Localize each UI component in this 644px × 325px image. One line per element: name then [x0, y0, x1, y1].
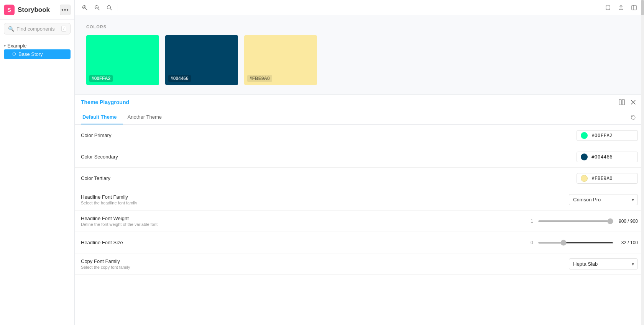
headline-font-size-slider[interactable] [538, 242, 613, 243]
toolbar-separator [118, 4, 118, 11]
headline-font-family-select-wrapper[interactable]: Crimson Pro Hepta Slab Inter Georgia [569, 194, 638, 205]
slider-value-size: 32 / 100 [616, 240, 638, 245]
slider-min-weight: 1 [531, 219, 535, 224]
colors-section: COLORS #00FFA2 #004466 #FBE9A0 [75, 15, 644, 94]
nav-group-header[interactable]: ▾ Example [4, 42, 71, 49]
vertical-scrollbar[interactable] [641, 0, 644, 325]
search-text: Find components [16, 26, 59, 32]
svg-rect-12 [622, 100, 624, 105]
scrollbar-thumb[interactable] [641, 0, 644, 15]
color-swatch-dark: #004466 [165, 35, 238, 85]
color-dot-primary[interactable] [581, 132, 588, 139]
share-button[interactable] [616, 2, 626, 13]
tab-default-theme[interactable]: Default Theme [81, 110, 123, 124]
color-hex-secondary: #004466 [591, 154, 613, 160]
expand-button[interactable] [603, 2, 613, 13]
theme-tabs: Default Theme Another Theme [75, 110, 644, 125]
svg-line-5 [98, 8, 100, 10]
theme-panel-header: Theme Playground [75, 95, 644, 110]
property-row-color-secondary: Color Secondary #004466 [75, 146, 644, 168]
color-dot-control-secondary[interactable]: #004466 [577, 152, 638, 162]
svg-line-1 [86, 8, 87, 10]
svg-rect-11 [619, 100, 621, 105]
theme-panel-title: Theme Playground [81, 99, 129, 105]
color-dot-tertiary[interactable] [581, 175, 588, 182]
color-swatch-green: #00FFA2 [86, 35, 159, 85]
storybook-logo-icon: S [4, 5, 15, 15]
property-control-headline-font-weight: 1 900 / 900 [531, 219, 638, 224]
property-label-color-secondary: Color Secondary [81, 154, 546, 160]
panel-close-button[interactable] [629, 98, 638, 107]
color-swatch-green-label: #00FFA2 [89, 75, 113, 82]
color-swatch-yellow-label: #FBE9A0 [247, 75, 272, 82]
menu-dots-button[interactable]: ••• [60, 5, 71, 15]
color-swatch-yellow: #FBE9A0 [244, 35, 317, 85]
svg-line-8 [110, 8, 112, 10]
color-dot-control-tertiary[interactable]: #FBE9A0 [577, 173, 638, 184]
storybook-title: Storybook [18, 6, 50, 14]
color-dot-secondary[interactable] [581, 154, 588, 160]
search-slash: / [61, 26, 66, 32]
copy-font-family-select[interactable]: Hepta Slab Crimson Pro Inter Georgia [569, 258, 638, 269]
property-label-headline-font-family: Headline Font Family Select the headline… [81, 194, 546, 205]
slider-track-size [538, 242, 613, 243]
storybook-logo: S Storybook [4, 5, 50, 15]
slider-track-weight [538, 220, 613, 222]
zoom-reset-button[interactable] [104, 2, 115, 13]
nav-item-label: Base Story [18, 51, 43, 57]
property-control-headline-font-size: 0 32 / 100 [531, 240, 638, 245]
theme-panel-actions [617, 98, 638, 107]
property-label-copy-font-family: Copy Font Family Select the copy font fa… [81, 258, 546, 269]
slider-value-weight: 900 / 900 [616, 219, 638, 224]
content-area[interactable]: COLORS #00FFA2 #004466 #FBE9A0 Theme Pla… [75, 15, 644, 325]
property-row-copy-font-family: Copy Font Family Select the copy font fa… [75, 253, 644, 275]
colors-label: COLORS [86, 24, 632, 29]
tab-reset-button[interactable] [629, 113, 638, 122]
zoom-out-button[interactable] [92, 2, 102, 13]
sidebar-item-base-story[interactable]: ⬡ Base Story [4, 49, 71, 59]
property-control-color-secondary[interactable]: #004466 [546, 152, 638, 162]
property-row-headline-font-size: Headline Font Size 0 32 / 100 [75, 232, 644, 253]
svg-rect-9 [632, 5, 636, 10]
sidebar-header: S Storybook ••• [0, 0, 74, 20]
toolbar [75, 0, 644, 15]
sidebar: S Storybook ••• 🔍 Find components / ▾ Ex… [0, 0, 75, 325]
property-label-headline-font-size: Headline Font Size [81, 240, 531, 245]
search-bar[interactable]: 🔍 Find components / [4, 23, 71, 34]
property-control-copy-font-family[interactable]: Hepta Slab Crimson Pro Inter Georgia [546, 258, 638, 269]
theme-playground-panel: Theme Playground Default Theme Another T… [75, 94, 644, 275]
color-swatches: #00FFA2 #004466 #FBE9A0 [86, 35, 632, 85]
toolbar-left [79, 2, 120, 13]
story-icon: ⬡ [12, 52, 16, 57]
property-label-color-primary: Color Primary [81, 132, 546, 138]
main-content: COLORS #00FFA2 #004466 #FBE9A0 Theme Pla… [75, 0, 644, 325]
nav-tree: ▾ Example ⬡ Base Story [0, 38, 74, 64]
property-control-color-tertiary[interactable]: #FBE9A0 [546, 173, 638, 184]
color-swatch-dark-label: #004466 [168, 75, 191, 82]
panel-layout-button[interactable] [617, 98, 626, 107]
headline-font-weight-slider[interactable] [538, 220, 613, 222]
property-row-color-primary: Color Primary #00FFA2 [75, 125, 644, 146]
color-hex-primary: #00FFA2 [591, 132, 613, 138]
property-label-color-tertiary: Color Tertiary [81, 175, 546, 181]
property-label-headline-font-weight: Headline Font Weight Define the font wei… [81, 216, 531, 227]
color-hex-tertiary: #FBE9A0 [591, 175, 613, 181]
color-dot-control-primary[interactable]: #00FFA2 [577, 130, 638, 141]
toolbar-right [603, 2, 639, 13]
nav-group-arrow: ▾ [4, 44, 6, 48]
slider-min-size: 0 [531, 240, 535, 245]
property-control-color-primary[interactable]: #00FFA2 [546, 130, 638, 141]
copy-font-family-select-wrapper[interactable]: Hepta Slab Crimson Pro Inter Georgia [569, 258, 638, 269]
property-row-headline-font-weight: Headline Font Weight Define the font wei… [75, 211, 644, 232]
nav-group-label: Example [7, 43, 27, 49]
property-control-headline-font-family[interactable]: Crimson Pro Hepta Slab Inter Georgia [546, 194, 638, 205]
search-icon: 🔍 [8, 26, 14, 32]
property-row-color-tertiary: Color Tertiary #FBE9A0 [75, 168, 644, 189]
property-row-headline-font-family: Headline Font Family Select the headline… [75, 189, 644, 211]
zoom-in-button[interactable] [79, 2, 90, 13]
nav-group-example: ▾ Example ⬡ Base Story [0, 41, 74, 60]
tab-another-theme[interactable]: Another Theme [126, 110, 168, 124]
headline-font-family-select[interactable]: Crimson Pro Hepta Slab Inter Georgia [569, 194, 638, 205]
sidebar-toggle-button[interactable] [629, 2, 639, 13]
